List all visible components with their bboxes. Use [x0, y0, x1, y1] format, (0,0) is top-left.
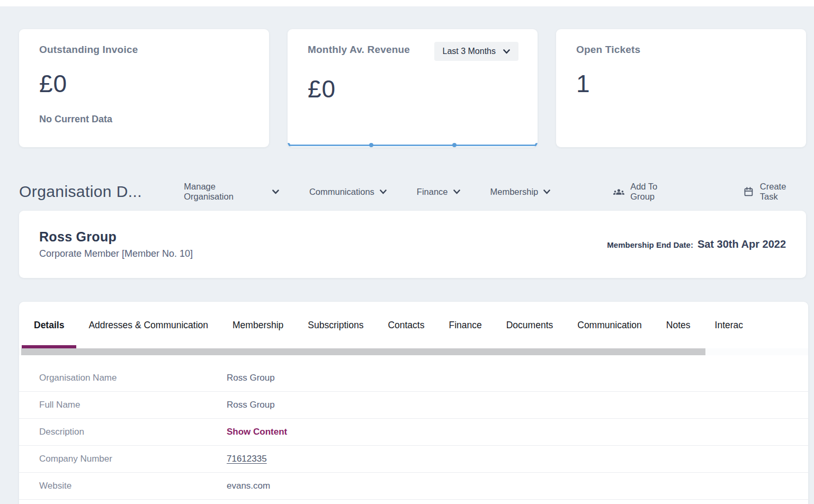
- tab-details[interactable]: Details: [22, 302, 76, 348]
- tab-label: Interac: [715, 320, 744, 331]
- membership-end-date-value: Sat 30th Apr 2022: [697, 238, 786, 250]
- row-label: Website: [39, 481, 227, 491]
- kpi-value: £0: [39, 69, 250, 98]
- top-strip: [0, 0, 814, 6]
- sparkline-point: [535, 143, 538, 147]
- tab-label: Finance: [449, 320, 481, 331]
- menu-label: Membership: [490, 187, 539, 197]
- sparkline-line: [288, 145, 538, 146]
- revenue-period-value: Last 3 Months: [443, 47, 496, 56]
- table-row: Company Number 71612335: [19, 446, 808, 473]
- tab-label: Notes: [666, 320, 691, 331]
- chevron-down-icon: [543, 190, 550, 194]
- organisation-name: Ross Group: [39, 229, 193, 245]
- revenue-period-dropdown[interactable]: Last 3 Months: [434, 42, 519, 61]
- show-content-link[interactable]: Show Content: [227, 427, 287, 437]
- action-menus: Manage Organisation Communications Finan…: [184, 182, 806, 202]
- tab-finance[interactable]: Finance: [436, 302, 494, 348]
- menu-manage-organisation[interactable]: Manage Organisation: [184, 182, 279, 202]
- menu-communications[interactable]: Communications: [309, 187, 387, 197]
- tab-contacts[interactable]: Contacts: [375, 302, 436, 348]
- create-task-button[interactable]: Create Task: [743, 182, 806, 202]
- kpi-card-open-tickets: Open Tickets 1: [556, 29, 806, 147]
- tab-interactions[interactable]: Interac: [703, 302, 756, 348]
- kpi-title: Monthly Av. Revenue: [308, 42, 410, 56]
- sparkline-point: [288, 143, 290, 147]
- add-to-group-button[interactable]: Add To Group: [613, 182, 684, 202]
- tab-label: Subscriptions: [308, 320, 363, 331]
- tab-label: Documents: [506, 320, 553, 331]
- company-number-link[interactable]: 71612335: [227, 454, 267, 464]
- tab-label: Contacts: [388, 320, 424, 331]
- menu-label: Manage Organisation: [184, 182, 267, 202]
- table-row: Full Name Ross Group: [19, 392, 808, 419]
- kpi-subtext: No Current Data: [39, 114, 250, 125]
- calendar-icon: [743, 186, 754, 197]
- menu-label: Communications: [309, 187, 374, 197]
- chevron-down-icon: [380, 190, 387, 194]
- organisation-membership-type: Corporate Member [Member No. 10]: [39, 248, 193, 259]
- action-bar: Organisation D... Manage Organisation Co…: [19, 177, 806, 206]
- tab-notes[interactable]: Notes: [654, 302, 703, 348]
- revenue-sparkline-chart: [288, 141, 538, 147]
- tabs-horizontal-scrollbar[interactable]: [19, 348, 808, 355]
- row-label: Organisation Name: [39, 373, 227, 383]
- row-label: Company Number: [39, 454, 227, 464]
- table-row: Organisation Name Ross Group: [19, 365, 808, 392]
- kpi-card-monthly-revenue: Monthly Av. Revenue Last 3 Months £0: [288, 29, 538, 147]
- chevron-down-icon: [453, 190, 460, 194]
- row-value: evans.com: [227, 481, 270, 491]
- kpi-card-outstanding-invoice: Outstanding Invoice £0 No Current Data: [19, 29, 269, 147]
- scrollbar-thumb[interactable]: [21, 348, 705, 355]
- details-table: Organisation Name Ross Group Full Name R…: [19, 355, 808, 500]
- table-row: Description Show Content: [19, 419, 808, 446]
- membership-end-date-label: Membership End Date:: [607, 240, 693, 249]
- row-value: Ross Group: [227, 400, 275, 410]
- tab-membership[interactable]: Membership: [220, 302, 296, 348]
- kpi-value: £0: [308, 75, 518, 103]
- button-label: Create Task: [760, 182, 806, 202]
- kpi-title: Outstanding Invoice: [39, 42, 138, 56]
- sparkline-point: [452, 143, 457, 147]
- tab-documents[interactable]: Documents: [494, 302, 566, 348]
- menu-membership[interactable]: Membership: [490, 187, 551, 197]
- page-title: Organisation D...: [19, 183, 184, 201]
- membership-end-date: Membership End Date: Sat 30th Apr 2022: [607, 238, 786, 250]
- organisation-identity: Ross Group Corporate Member [Member No. …: [39, 229, 193, 259]
- tab-label: Membership: [232, 320, 283, 331]
- tab-label: Addresses & Communication: [88, 320, 208, 331]
- kpi-card-row: Outstanding Invoice £0 No Current Data M…: [19, 29, 806, 147]
- kpi-title: Open Tickets: [576, 42, 640, 56]
- menu-finance[interactable]: Finance: [417, 187, 460, 197]
- row-label: Description: [39, 427, 227, 437]
- group-icon: [613, 186, 624, 197]
- tab-subscriptions[interactable]: Subscriptions: [296, 302, 375, 348]
- tab-addresses-communication[interactable]: Addresses & Communication: [76, 302, 220, 348]
- tab-label: Details: [34, 320, 64, 331]
- sparkline-point: [369, 143, 373, 147]
- table-row: Website evans.com: [19, 473, 808, 500]
- row-label: Full Name: [39, 400, 227, 410]
- chevron-down-icon: [272, 190, 279, 194]
- details-card: Details Addresses & Communication Member…: [19, 302, 808, 504]
- button-label: Add To Group: [630, 182, 684, 202]
- chevron-down-icon: [503, 49, 510, 54]
- organisation-summary-card: Ross Group Corporate Member [Member No. …: [19, 211, 806, 278]
- kpi-value: 1: [576, 69, 787, 98]
- menu-label: Finance: [417, 187, 448, 197]
- tab-communication[interactable]: Communication: [565, 302, 654, 348]
- row-value: Ross Group: [227, 373, 275, 383]
- tab-bar: Details Addresses & Communication Member…: [19, 302, 808, 348]
- tab-label: Communication: [577, 320, 642, 331]
